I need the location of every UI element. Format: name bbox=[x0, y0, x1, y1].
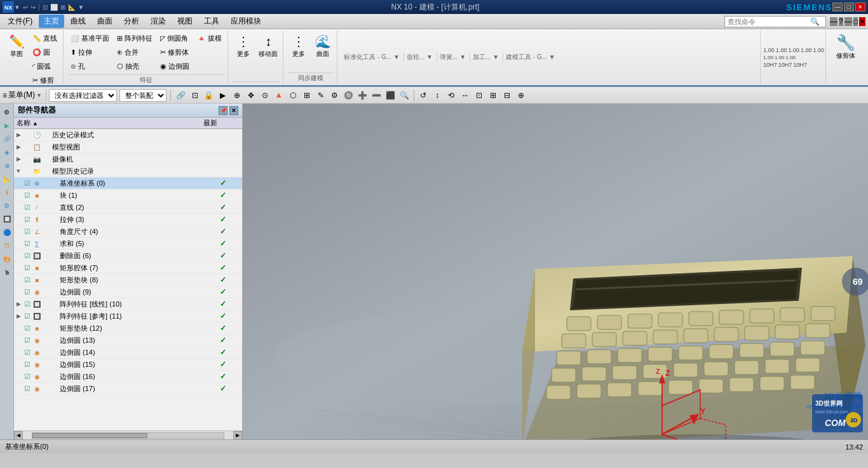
chamfer-button[interactable]: ◸ 倒圆角 bbox=[157, 32, 193, 45]
left-icon-2[interactable]: ▶ bbox=[1, 120, 13, 131]
menu-tools[interactable]: 工具 bbox=[199, 15, 224, 28]
pattern-button[interactable]: ⊞ 阵列特征 bbox=[114, 32, 156, 45]
tree-item-history[interactable]: ▶ 🕐 历史记录模式 bbox=[14, 129, 242, 141]
tree-item-pattern11[interactable]: ▶ ☑ 🔲 阵列特征 [参考] (11) ✓ bbox=[14, 310, 242, 322]
arc-button[interactable]: ◜ 圆弧 bbox=[29, 60, 60, 73]
tb-btn-17[interactable]: 🔍 bbox=[398, 89, 411, 102]
search-input[interactable] bbox=[728, 18, 810, 25]
tb-btn-23[interactable]: ⊞ bbox=[487, 89, 499, 102]
tb-btn-9[interactable]: ⬡ bbox=[287, 89, 299, 102]
edge-blend-button[interactable]: ◉ 边倒圆 bbox=[157, 60, 193, 73]
menu-home[interactable]: 主页 bbox=[39, 15, 64, 28]
tree-item-rectpad12[interactable]: ☑ ■ 矩形垫块 (12) ✓ bbox=[14, 322, 242, 334]
minimize-button[interactable]: — bbox=[832, 3, 843, 11]
more-button[interactable]: ⋮ 更多 bbox=[232, 32, 255, 60]
menu-label[interactable]: 菜单(M) bbox=[8, 90, 35, 100]
window-controls[interactable]: — □ ✕ bbox=[832, 3, 865, 11]
nav-scrollbar[interactable]: ◀ ▶ bbox=[14, 430, 242, 439]
surface-button[interactable]: 🌊 曲面 bbox=[311, 32, 334, 60]
hole-button[interactable]: ⊙ 孔 bbox=[67, 60, 112, 73]
left-icon-7[interactable]: ℹ bbox=[1, 186, 13, 198]
tb-btn-4[interactable]: ▶ bbox=[217, 89, 229, 102]
tree-item-rectpocket[interactable]: ☑ ■ 矩形腔体 (7) ✓ bbox=[14, 262, 242, 274]
tb-btn-2[interactable]: ⊡ bbox=[189, 89, 201, 102]
shell-button[interactable]: ⬡ 抽壳 bbox=[114, 60, 156, 73]
nav-close-button[interactable]: ✕ bbox=[229, 106, 238, 115]
search-box[interactable]: 🔍 bbox=[724, 16, 826, 27]
left-icon-3[interactable]: 🔗 bbox=[1, 133, 13, 144]
tree-item-edgeblend17[interactable]: ☑ ◉ 边倒圆 (17) ✓ bbox=[14, 383, 242, 395]
ribbon-winmin[interactable]: — bbox=[844, 17, 852, 26]
hscroll-thumb[interactable] bbox=[32, 433, 147, 438]
menu-surface[interactable]: 曲面 bbox=[92, 15, 118, 28]
tree-item-modelhistory[interactable]: ▼ 📁 模型历史记录 bbox=[14, 165, 242, 177]
draft-button[interactable]: 🔺 拔模 bbox=[194, 32, 225, 45]
scroll-left[interactable]: ◀ bbox=[14, 431, 23, 440]
close-button[interactable]: ✕ bbox=[855, 3, 865, 11]
tree-item-edgeblend16[interactable]: ☑ ◉ 边倒圆 (16) ✓ bbox=[14, 371, 242, 383]
tb-btn-14[interactable]: ➕ bbox=[356, 89, 369, 102]
tree-item-deleteface[interactable]: ☑ 🔲 删除面 (6) ✓ bbox=[14, 250, 242, 262]
datum-plane-button[interactable]: ⬜ 基准平面 bbox=[67, 32, 112, 45]
scroll-right[interactable]: ▶ bbox=[233, 431, 242, 440]
tree-item-pattern10[interactable]: ▶ ☑ 🔲 阵列特征 [线性] (10) ✓ bbox=[14, 298, 242, 310]
left-icon-settings[interactable]: ⚙ bbox=[1, 106, 13, 118]
left-icon-13[interactable]: 🖱 bbox=[1, 266, 13, 278]
tree-content[interactable]: ▶ 🕐 历史记录模式 ▶ 📋 模型视图 ▶ 📷 摄像机 bbox=[14, 129, 242, 430]
tb-btn-11[interactable]: ✎ bbox=[315, 89, 327, 102]
left-icon-8[interactable]: ⚙ bbox=[1, 200, 13, 211]
tb-btn-7[interactable]: ⊙ bbox=[259, 89, 271, 102]
tree-item-modelview[interactable]: ▶ 📋 模型视图 bbox=[14, 141, 242, 153]
menu-analysis[interactable]: 分析 bbox=[119, 15, 144, 28]
hscroll-track[interactable] bbox=[32, 432, 224, 439]
tb-btn-18[interactable]: ↺ bbox=[417, 89, 430, 102]
tree-item-edgeblend14[interactable]: ☑ ◉ 边倒圆 (14) ✓ bbox=[14, 347, 242, 359]
tb-btn-20[interactable]: ⟲ bbox=[445, 89, 458, 102]
trim-button[interactable]: ✂ 修剪 bbox=[29, 74, 60, 86]
filter-select[interactable]: 没有选择过滤器 bbox=[49, 89, 117, 102]
menu-file[interactable]: 文件(F) bbox=[3, 15, 37, 28]
tree-item-extrude[interactable]: ☑ ⬆ 拉伸 (3) ✓ bbox=[14, 214, 242, 226]
tb-btn-16[interactable]: ⬛ bbox=[384, 89, 397, 102]
tb-btn-5[interactable]: ⊕ bbox=[231, 89, 243, 102]
nav-pin-button[interactable]: 📌 bbox=[219, 106, 227, 115]
tb-btn-25[interactable]: ⊕ bbox=[515, 89, 527, 102]
tb-btn-8[interactable]: 🔺 bbox=[273, 89, 285, 102]
trim-body-large-button[interactable]: 🔧 修剪体 bbox=[830, 32, 862, 62]
tb-btn-15[interactable]: ➖ bbox=[370, 89, 383, 102]
ribbon-winmax[interactable]: □ bbox=[853, 17, 858, 26]
tree-item-edgeblend13[interactable]: ☑ ◉ 边倒圆 (13) ✓ bbox=[14, 334, 242, 347]
tree-item-sum[interactable]: ☑ ∑ 求和 (5) ✓ bbox=[14, 238, 242, 250]
trim-body-button[interactable]: ✂ 修剪体 bbox=[157, 46, 193, 59]
menu-curve[interactable]: 曲线 bbox=[65, 15, 91, 28]
tree-item-datum[interactable]: ☑ ⊕ 基准坐标系 (0) ✓ bbox=[14, 177, 242, 189]
left-icon-6[interactable]: 📐 bbox=[1, 173, 13, 184]
extrude-button[interactable]: ⬆ 拉伸 bbox=[67, 46, 112, 59]
tb-btn-3[interactable]: 🔒 bbox=[203, 89, 215, 102]
tree-item-angledim[interactable]: ☑ ∠ 角度尺寸 (4) ✓ bbox=[14, 226, 242, 238]
maximize-button[interactable]: □ bbox=[844, 3, 854, 11]
left-icon-11[interactable]: ⏱ bbox=[1, 240, 13, 251]
left-icon-10[interactable]: 🔵 bbox=[1, 226, 13, 238]
menu-view[interactable]: 视图 bbox=[172, 15, 198, 28]
menu-render[interactable]: 渲染 bbox=[146, 15, 171, 28]
tb-btn-22[interactable]: ⊡ bbox=[473, 89, 485, 102]
tree-item-camera[interactable]: ▶ 📷 摄像机 bbox=[14, 153, 242, 165]
menu-app[interactable]: 应用模块 bbox=[226, 15, 266, 28]
combine-button[interactable]: ⊕ 合并 bbox=[114, 46, 156, 59]
tb-btn-6[interactable]: ✥ bbox=[245, 89, 257, 102]
assembly-select[interactable]: 整个装配 bbox=[119, 89, 166, 102]
tree-item-edgeblend9[interactable]: ☑ ◉ 边倒圆 (9) ✓ bbox=[14, 286, 242, 298]
left-icon-9[interactable]: 🔲 bbox=[1, 213, 13, 224]
line-button[interactable]: 📏 直线 bbox=[29, 32, 60, 45]
tree-item-block[interactable]: ☑ ■ 块 (1) ✓ bbox=[14, 189, 242, 202]
ribbon-winclose[interactable]: ✕ bbox=[859, 17, 865, 26]
left-icon-4[interactable]: ◈ bbox=[1, 146, 13, 158]
tb-btn-12[interactable]: ⚙ bbox=[329, 89, 341, 102]
tb-btn-19[interactable]: ↕ bbox=[431, 89, 444, 102]
left-icon-5[interactable]: ⊕ bbox=[1, 160, 13, 171]
circle-button[interactable]: ⭕ 圆 bbox=[29, 46, 60, 59]
tree-item-line[interactable]: ☑ / 直线 (2) ✓ bbox=[14, 202, 242, 214]
viewport-3d[interactable]: Z X Y Z 69 3D世界网 w bbox=[243, 104, 868, 439]
tree-item-edgeblend15[interactable]: ☑ ◉ 边倒圆 (15) ✓ bbox=[14, 359, 242, 371]
